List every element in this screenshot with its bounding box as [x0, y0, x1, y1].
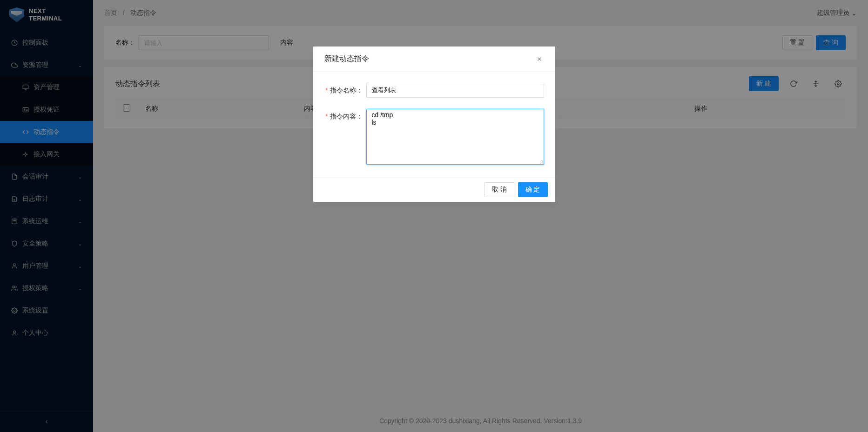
command-content-textarea[interactable]: cd /tmp ls	[366, 109, 544, 165]
form-group-name: *指令名称：	[324, 83, 544, 98]
command-name-input[interactable]	[366, 83, 544, 98]
modal-title: 新建动态指令	[324, 54, 369, 64]
ok-button[interactable]: 确 定	[518, 182, 548, 197]
command-name-label: *指令名称：	[324, 83, 366, 98]
modal-close-button[interactable]	[535, 54, 544, 64]
command-content-label: *指令内容：	[324, 109, 366, 166]
modal-body: *指令名称： *指令内容： cd /tmp ls	[313, 72, 555, 177]
new-command-modal: 新建动态指令 *指令名称： *指令内容： cd /tmp ls 取 消 确 定	[313, 47, 555, 202]
close-icon	[536, 56, 543, 62]
modal-footer: 取 消 确 定	[313, 177, 555, 202]
modal-header: 新建动态指令	[313, 47, 555, 72]
cancel-button[interactable]: 取 消	[484, 182, 514, 197]
form-group-content: *指令内容： cd /tmp ls	[324, 109, 544, 166]
